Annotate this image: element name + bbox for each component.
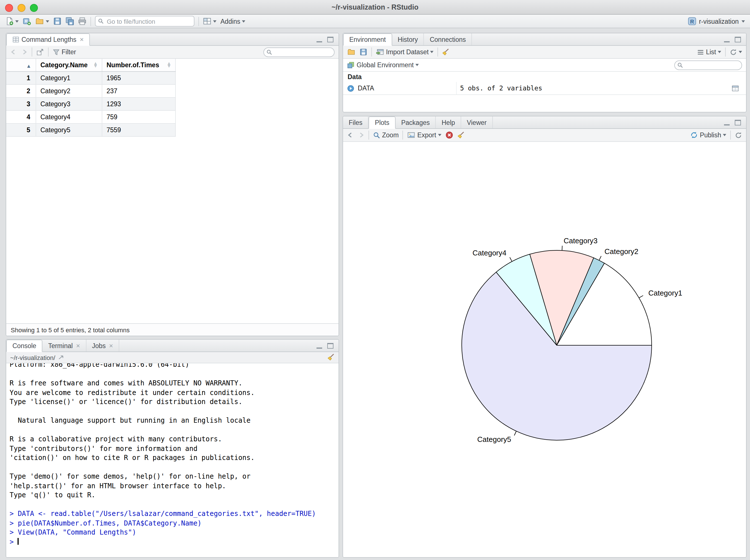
sort-arrows-icon: ▲▼ [94, 62, 97, 68]
import-dataset-button[interactable]: Import Dataset [376, 48, 434, 56]
tab-history[interactable]: History [392, 33, 424, 45]
tab-console[interactable]: Console [6, 340, 42, 352]
filter-button[interactable]: Filter [53, 48, 76, 56]
remove-plot-icon[interactable] [445, 131, 453, 139]
console-line: Type 'demo()' for some demos, 'help()' f… [9, 472, 338, 481]
print-button[interactable] [78, 17, 86, 25]
column-header-number-of-times[interactable]: Number.of.Times▲▼ [102, 59, 175, 72]
new-project-button[interactable]: R [23, 17, 31, 25]
zoom-plot-button[interactable]: Zoom [373, 132, 399, 139]
console-line: > DATA <- read.table("/Users/lsalazar/co… [9, 509, 338, 518]
load-workspace-folder-icon[interactable] [347, 48, 355, 56]
goto-file-input[interactable] [95, 16, 194, 26]
clear-workspace-broom-icon[interactable] [442, 48, 450, 56]
table-row[interactable]: 1Category11965 [6, 72, 175, 84]
project-menu[interactable]: R r-visualization [688, 17, 745, 25]
maximize-pane-icon[interactable] [735, 37, 741, 42]
column-header-category-name[interactable]: Category.Name▲▼ [36, 59, 102, 72]
pane-window-buttons [316, 340, 338, 352]
row-number-header[interactable]: ▲ [6, 59, 36, 72]
tab-plots[interactable]: Plots [369, 116, 396, 129]
close-tab-icon[interactable]: × [109, 342, 113, 349]
table-row[interactable]: 2Category2237 [6, 84, 175, 98]
open-file-button[interactable] [35, 17, 49, 25]
refresh-plot-icon[interactable] [735, 132, 742, 139]
back-arrow-icon[interactable] [10, 48, 17, 55]
save-all-button[interactable] [65, 17, 74, 25]
tab-terminal[interactable]: Terminal× [42, 340, 86, 352]
console-line [9, 369, 338, 379]
minimize-pane-icon[interactable] [724, 37, 730, 42]
pie-label-tick [639, 296, 643, 298]
console-line: 'help.start()' for an HTML browser inter… [9, 481, 338, 491]
pane-layout-button[interactable] [203, 17, 216, 25]
expand-object-icon[interactable] [347, 84, 354, 92]
pie-label-tick [514, 431, 516, 435]
maximize-pane-icon[interactable] [327, 37, 333, 42]
new-project-icon: R [23, 17, 31, 25]
tab-help[interactable]: Help [436, 116, 461, 128]
plots-toolbar: Zoom Export Publish [343, 129, 746, 142]
filter-label: Filter [62, 48, 76, 55]
console-path-bar: ~/r-visualization/ [6, 352, 338, 363]
pie-label-tick [510, 257, 512, 262]
forward-arrow-icon[interactable] [21, 48, 28, 55]
environment-scope-selector[interactable]: Global Environment [347, 61, 419, 69]
previous-plot-icon[interactable] [347, 132, 354, 138]
addins-label: Addins [220, 18, 240, 25]
tab-viewer[interactable]: Viewer [461, 116, 493, 128]
scope-label: Global Environment [357, 62, 414, 68]
clear-all-plots-broom-icon[interactable] [457, 132, 464, 139]
save-workspace-icon[interactable] [359, 48, 367, 56]
tab-connections[interactable]: Connections [424, 33, 472, 45]
tab-files[interactable]: Files [343, 116, 369, 128]
minimize-pane-icon[interactable] [724, 120, 730, 125]
minimize-pane-icon[interactable] [316, 37, 322, 42]
next-plot-icon[interactable] [358, 132, 364, 138]
popout-window-icon[interactable] [36, 48, 44, 56]
environment-search-input[interactable] [674, 60, 742, 70]
rstudio-window: ~/r-visualization - RStudio R [0, 0, 750, 560]
table-search-input[interactable] [263, 47, 335, 57]
data-table-area: ▲ Category.Name▲▼ Number.of.Times▲▼ 1Cat… [6, 59, 338, 323]
filter-funnel-icon [53, 48, 60, 56]
export-plot-button[interactable]: Export [407, 131, 441, 139]
environment-object-row[interactable]: DATA 5 obs. of 2 variables [343, 82, 746, 95]
tab-environment[interactable]: Environment [343, 33, 392, 46]
pie-label-tick [599, 256, 601, 260]
zoom-window-button[interactable] [30, 4, 38, 12]
minimize-window-button[interactable] [18, 4, 25, 12]
popout-arrow-icon[interactable] [58, 354, 64, 361]
environment-scope-row: Global Environment [343, 59, 746, 72]
publish-button[interactable]: Publish [690, 131, 726, 139]
minimize-pane-icon[interactable] [316, 343, 322, 348]
maximize-pane-icon[interactable] [735, 120, 741, 125]
data-table: ▲ Category.Name▲▼ Number.of.Times▲▼ 1Cat… [6, 59, 176, 137]
view-data-grid-icon[interactable] [731, 84, 739, 92]
new-file-button[interactable] [5, 17, 19, 25]
chevron-down-icon [213, 20, 216, 22]
list-view-button[interactable]: List [697, 48, 721, 56]
refresh-environment-button[interactable] [730, 48, 742, 56]
toolbar-separator [369, 131, 369, 140]
console-output[interactable]: Platform: x86_64-apple-darwin15.6.0 (64-… [6, 363, 338, 557]
maximize-pane-icon[interactable] [327, 343, 333, 348]
pie-label: Category2 [605, 247, 638, 256]
traffic-lights [5, 4, 38, 12]
table-row[interactable]: 3Category31293 [6, 98, 175, 111]
console-line: > View(DATA, "Command Lengths") [9, 528, 338, 537]
plots-pane: Files Plots Packages Help Viewer Zoom Ex… [342, 116, 747, 558]
close-tab-icon[interactable]: × [76, 342, 80, 349]
clear-console-broom-icon[interactable] [327, 354, 335, 361]
tab-packages[interactable]: Packages [396, 116, 436, 128]
pie-label: Category1 [648, 289, 682, 297]
table-row[interactable]: 5Category57559 [6, 123, 175, 137]
close-tab-icon[interactable]: × [80, 36, 84, 43]
tab-jobs[interactable]: Jobs× [86, 340, 119, 352]
addins-menu[interactable]: Addins [220, 18, 245, 25]
r-project-icon: R [688, 17, 696, 25]
save-button[interactable] [53, 17, 62, 25]
tab-command-lengths[interactable]: Command Lengths × [6, 33, 90, 46]
close-window-button[interactable] [5, 4, 13, 12]
table-row[interactable]: 4Category4759 [6, 111, 175, 123]
